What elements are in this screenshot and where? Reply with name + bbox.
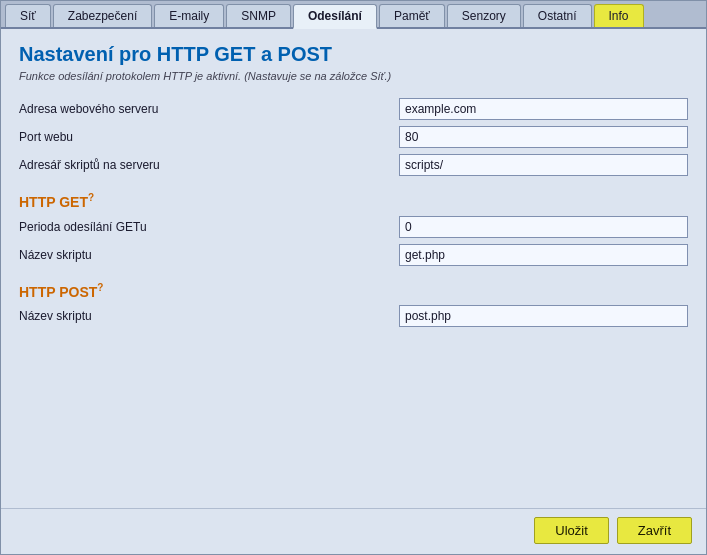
tab-info[interactable]: Info xyxy=(594,4,644,27)
main-container: Síť Zabezpečení E-maily SNMP Odesílání P… xyxy=(0,0,707,555)
tab-zabezpeceni[interactable]: Zabezpečení xyxy=(53,4,152,27)
page-subtitle: Funkce odesílání protokolem HTTP je akti… xyxy=(19,70,688,82)
get-script-label: Název skriptu xyxy=(19,248,399,262)
scripts-dir-label: Adresář skriptů na serveru xyxy=(19,158,399,172)
post-script-input[interactable] xyxy=(399,305,688,327)
tab-sit[interactable]: Síť xyxy=(5,4,51,27)
port-row: Port webu xyxy=(19,126,688,148)
scripts-dir-row: Adresář skriptů na serveru xyxy=(19,154,688,176)
get-script-input[interactable] xyxy=(399,244,688,266)
save-button[interactable]: Uložit xyxy=(534,517,609,544)
server-address-input[interactable] xyxy=(399,98,688,120)
content-area: Nastavení pro HTTP GET a POST Funkce ode… xyxy=(1,29,706,508)
post-script-row: Název skriptu xyxy=(19,305,688,327)
port-label: Port webu xyxy=(19,130,399,144)
tab-ostatni[interactable]: Ostatní xyxy=(523,4,592,27)
button-bar: Uložit Zavřít xyxy=(1,508,706,554)
http-post-header: HTTP POST? xyxy=(19,282,688,300)
scripts-dir-input[interactable] xyxy=(399,154,688,176)
tab-pamet[interactable]: Paměť xyxy=(379,4,445,27)
get-period-row: Perioda odesílání GETu xyxy=(19,216,688,238)
http-get-header: HTTP GET? xyxy=(19,192,688,210)
tab-snmp[interactable]: SNMP xyxy=(226,4,291,27)
close-button[interactable]: Zavřít xyxy=(617,517,692,544)
tab-senzory[interactable]: Senzory xyxy=(447,4,521,27)
get-period-label: Perioda odesílání GETu xyxy=(19,220,399,234)
tab-emaily[interactable]: E-maily xyxy=(154,4,224,27)
server-address-label: Adresa webového serveru xyxy=(19,102,399,116)
post-script-label: Název skriptu xyxy=(19,309,399,323)
port-input[interactable] xyxy=(399,126,688,148)
tab-odesilani[interactable]: Odesílání xyxy=(293,4,377,29)
get-period-input[interactable] xyxy=(399,216,688,238)
server-address-row: Adresa webového serveru xyxy=(19,98,688,120)
page-title: Nastavení pro HTTP GET a POST xyxy=(19,43,688,66)
spacer xyxy=(19,333,688,494)
tab-bar: Síť Zabezpečení E-maily SNMP Odesílání P… xyxy=(1,1,706,29)
get-script-row: Název skriptu xyxy=(19,244,688,266)
